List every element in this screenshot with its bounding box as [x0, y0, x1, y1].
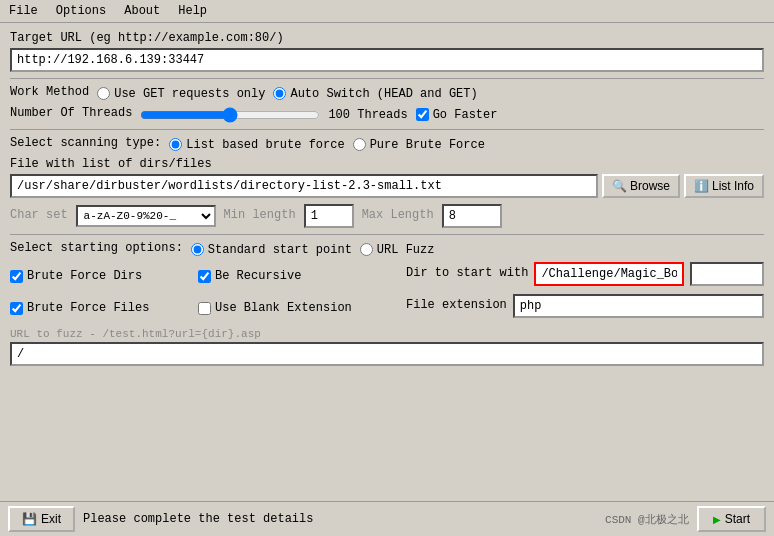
menubar: File Options About Help	[0, 0, 774, 23]
url-fuzz-radio[interactable]	[360, 243, 373, 256]
list-info-button[interactable]: ℹ️ List Info	[684, 174, 764, 198]
threads-section: Number Of Threads 100 Threads Go Faster	[10, 106, 764, 123]
work-method-section: Work Method Use GET requests only Auto S…	[10, 85, 764, 102]
browse-icon: 🔍	[612, 179, 627, 193]
be-recursive-checkbox[interactable]	[198, 270, 211, 283]
brute-force-files-option[interactable]: Brute Force Files	[10, 294, 190, 322]
scan-list-option[interactable]: List based brute force	[169, 138, 344, 152]
scan-pure-label: Pure Brute Force	[370, 138, 485, 152]
work-method-auto-label: Auto Switch (HEAD and GET)	[290, 87, 477, 101]
go-faster-label: Go Faster	[433, 108, 498, 122]
watermark: CSDN @北极之北	[605, 512, 689, 527]
url-fuzz-section: URL to fuzz - /test.html?url={dir}.asp	[10, 328, 764, 366]
dir-start-extra-input[interactable]	[690, 262, 764, 286]
start-button[interactable]: ▶ Start	[697, 506, 766, 532]
use-blank-extension-label: Use Blank Extension	[215, 301, 352, 315]
work-method-auto-option[interactable]: Auto Switch (HEAD and GET)	[273, 87, 477, 101]
scan-pure-radio[interactable]	[353, 138, 366, 151]
work-method-get-option[interactable]: Use GET requests only	[97, 87, 265, 101]
go-faster-option[interactable]: Go Faster	[416, 108, 498, 122]
status-text: Please complete the test details	[83, 512, 313, 526]
url-fuzz-description: URL to fuzz - /test.html?url={dir}.asp	[10, 328, 764, 340]
starting-options-section: Select starting options: Standard start …	[10, 241, 764, 322]
menu-about[interactable]: About	[120, 3, 164, 19]
dir-start-input[interactable]	[534, 262, 684, 286]
divider-1	[10, 78, 764, 79]
menu-options[interactable]: Options	[52, 3, 110, 19]
be-recursive-option[interactable]: Be Recursive	[198, 262, 398, 290]
brute-force-dirs-label: Brute Force Dirs	[27, 269, 142, 283]
url-fuzz-label: URL Fuzz	[377, 243, 435, 257]
scan-list-label: List based brute force	[186, 138, 344, 152]
charset-section: Char set a-zA-Z0-9%20-_ Min length Max L…	[10, 204, 764, 228]
min-length-label: Min length	[224, 208, 296, 222]
standard-start-radio[interactable]	[191, 243, 204, 256]
info-icon: ℹ️	[694, 179, 709, 193]
floppy-icon: 💾	[22, 512, 37, 526]
max-length-input[interactable]	[442, 204, 502, 228]
be-recursive-label: Be Recursive	[215, 269, 301, 283]
file-extension-row: File extension	[406, 294, 764, 318]
brute-force-dirs-checkbox[interactable]	[10, 270, 23, 283]
work-method-get-label: Use GET requests only	[114, 87, 265, 101]
dir-start-row: Dir to start with	[406, 262, 764, 286]
start-label: Start	[725, 512, 750, 526]
max-length-label: Max Length	[362, 208, 434, 222]
starting-options-label: Select starting options:	[10, 241, 183, 255]
standard-start-label: Standard start point	[208, 243, 352, 257]
threads-display: 100 Threads	[328, 108, 407, 122]
divider-2	[10, 129, 764, 130]
url-fuzz-input[interactable]	[10, 342, 764, 366]
standard-start-option[interactable]: Standard start point	[191, 243, 352, 257]
threads-slider[interactable]	[140, 107, 320, 123]
menu-file[interactable]: File	[5, 3, 42, 19]
exit-label: Exit	[41, 512, 61, 526]
file-extension-label: File extension	[406, 298, 507, 312]
charset-label: Char set	[10, 208, 68, 222]
file-list-label: File with list of dirs/files	[10, 157, 764, 171]
scanning-type-section: Select scanning type: List based brute f…	[10, 136, 764, 153]
work-method-label: Work Method	[10, 85, 89, 99]
url-fuzz-option[interactable]: URL Fuzz	[360, 243, 435, 257]
file-list-input[interactable]	[10, 174, 598, 198]
work-method-auto-radio[interactable]	[273, 87, 286, 100]
footer-right: CSDN @北极之北 ▶ Start	[605, 506, 766, 532]
use-blank-extension-option[interactable]: Use Blank Extension	[198, 294, 398, 322]
play-icon: ▶	[713, 514, 721, 525]
scan-pure-option[interactable]: Pure Brute Force	[353, 138, 485, 152]
target-url-section: Target URL (eg http://example.com:80/)	[10, 31, 764, 72]
scanning-label: Select scanning type:	[10, 136, 161, 150]
exit-button[interactable]: 💾 Exit	[8, 506, 75, 532]
footer: 💾 Exit Please complete the test details …	[0, 501, 774, 536]
threads-label: Number Of Threads	[10, 106, 132, 120]
main-content: Target URL (eg http://example.com:80/) W…	[0, 23, 774, 380]
file-list-section: File with list of dirs/files 🔍 Browse ℹ️…	[10, 157, 764, 198]
min-length-input[interactable]	[304, 204, 354, 228]
divider-3	[10, 234, 764, 235]
use-blank-extension-checkbox[interactable]	[198, 302, 211, 315]
charset-select[interactable]: a-zA-Z0-9%20-_	[76, 205, 216, 227]
browse-label: Browse	[630, 179, 670, 193]
target-url-input[interactable]	[10, 48, 764, 72]
work-method-get-radio[interactable]	[97, 87, 110, 100]
file-list-row: 🔍 Browse ℹ️ List Info	[10, 174, 764, 198]
starting-options-row: Select starting options: Standard start …	[10, 241, 764, 258]
brute-force-files-label: Brute Force Files	[27, 301, 149, 315]
menu-help[interactable]: Help	[174, 3, 211, 19]
target-url-label: Target URL (eg http://example.com:80/)	[10, 31, 764, 45]
list-info-label: List Info	[712, 179, 754, 193]
browse-button[interactable]: 🔍 Browse	[602, 174, 680, 198]
file-extension-input[interactable]	[513, 294, 764, 318]
scan-list-radio[interactable]	[169, 138, 182, 151]
brute-force-dirs-option[interactable]: Brute Force Dirs	[10, 262, 190, 290]
brute-force-files-checkbox[interactable]	[10, 302, 23, 315]
go-faster-checkbox[interactable]	[416, 108, 429, 121]
dir-start-label: Dir to start with	[406, 266, 528, 280]
